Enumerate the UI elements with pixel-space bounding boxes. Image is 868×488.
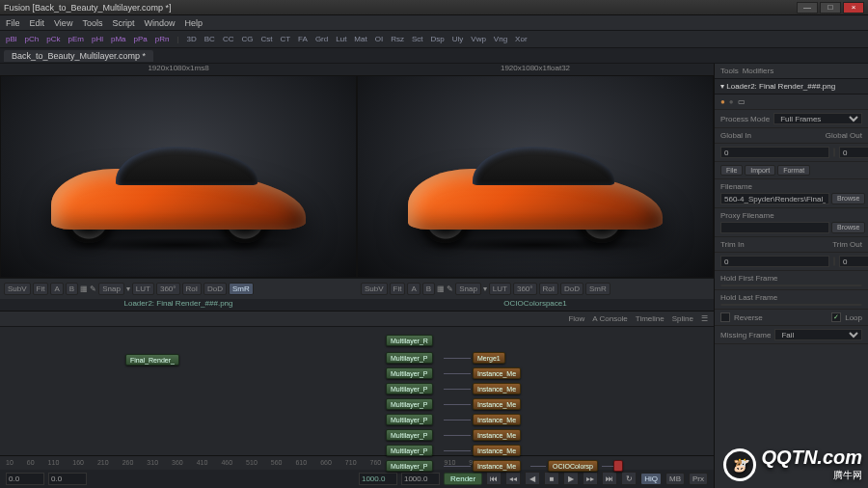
node-multilayer[interactable]: Multilayer_P: [386, 352, 433, 364]
shelf-tool[interactable]: Uly: [452, 35, 464, 43]
shelf-tool[interactable]: CC: [223, 35, 234, 43]
shelf-tool[interactable]: Grd: [315, 35, 328, 43]
node-multilayer[interactable]: Multilayer_P: [386, 367, 433, 379]
node-ocio[interactable]: OCIOColorsp: [548, 460, 598, 472]
rot-button[interactable]: 360°: [156, 283, 180, 295]
menu-help[interactable]: Help: [184, 18, 203, 28]
range-start-input[interactable]: [6, 473, 44, 485]
subtab-import[interactable]: Import: [745, 165, 775, 176]
menu-file[interactable]: File: [6, 18, 20, 28]
tab-timeline[interactable]: Timeline: [636, 314, 665, 323]
menu-view[interactable]: View: [54, 18, 72, 28]
timeline-ruler[interactable]: 10 60 110 160 210 260 310 360 410 460 51…: [0, 456, 714, 470]
global-out-input[interactable]: [839, 147, 868, 158]
loop-button[interactable]: ↻: [621, 472, 637, 485]
hold-last-slider[interactable]: [720, 304, 862, 306]
process-mode-select[interactable]: Full Frames: [773, 113, 862, 124]
subtab-file[interactable]: File: [720, 165, 743, 176]
mb-button[interactable]: MB: [665, 473, 685, 485]
tool-icon[interactable]: ✎: [90, 285, 96, 293]
tab-spline[interactable]: Spline: [672, 314, 693, 323]
node-multilayer[interactable]: Multilayer_P: [386, 398, 433, 410]
render-button[interactable]: Render: [444, 473, 482, 485]
fit-button[interactable]: Fit: [390, 283, 406, 295]
comp-tab[interactable]: Back_to_Beauty_Multilayer.comp *: [4, 50, 153, 62]
channel-a-button[interactable]: A: [407, 283, 420, 295]
node-multilayer[interactable]: Multilayer_P: [386, 445, 433, 456]
node-loader[interactable]: Final_Render_: [125, 354, 179, 366]
go-end-button[interactable]: ⏭: [602, 472, 617, 485]
shelf-group[interactable]: pBl: [6, 35, 17, 43]
node-output[interactable]: [613, 460, 623, 472]
shelf-tool[interactable]: Rsz: [391, 35, 404, 43]
play-back-button[interactable]: ◀: [525, 472, 540, 485]
view-dot-icon[interactable]: ●: [720, 97, 725, 106]
shelf-tool[interactable]: OI: [375, 35, 383, 43]
step-fwd-button[interactable]: ▸▸: [583, 472, 598, 485]
channel-a-button[interactable]: A: [50, 283, 63, 295]
node-merge[interactable]: Instance_Me: [473, 383, 521, 394]
menu-edit[interactable]: Edit: [30, 18, 45, 28]
trim-in-input[interactable]: [720, 256, 829, 267]
node-multilayer[interactable]: Multilayer_P: [386, 414, 433, 425]
lock-icon[interactable]: ▭: [738, 97, 746, 106]
shelf-group[interactable]: pMa: [111, 35, 126, 43]
node-multilayer[interactable]: Multilayer_P: [386, 429, 433, 441]
smr-button[interactable]: SmR: [585, 283, 610, 295]
dod-button[interactable]: DoD: [560, 283, 583, 295]
node-merge[interactable]: Instance_Me: [473, 398, 521, 410]
tab-flow[interactable]: Flow: [568, 314, 584, 323]
node-merge[interactable]: Merge1: [473, 352, 505, 364]
shelf-tool[interactable]: Xor: [515, 35, 527, 43]
viewer-right[interactable]: [357, 75, 714, 278]
minimize-button[interactable]: —: [797, 2, 818, 14]
channel-b-button[interactable]: B: [422, 283, 435, 295]
snap-button[interactable]: Snap: [455, 283, 481, 295]
trim-slider[interactable]: [833, 257, 835, 266]
viewer-left[interactable]: [0, 75, 357, 278]
tab-console[interactable]: A Console: [592, 314, 627, 323]
tool-icon[interactable]: ▦: [437, 285, 445, 293]
subtab-format[interactable]: Format: [777, 165, 810, 176]
filename-input[interactable]: [720, 193, 829, 204]
range-end-input[interactable]: [401, 473, 440, 485]
node-merge[interactable]: Instance_Me: [473, 414, 521, 425]
shelf-group[interactable]: pPa: [134, 35, 148, 43]
shelf-tool[interactable]: CT: [280, 35, 290, 43]
range-prev-input[interactable]: [48, 473, 87, 485]
smr-button[interactable]: SmR: [229, 283, 254, 295]
rot-button[interactable]: 360°: [513, 283, 537, 295]
menu-tools[interactable]: Tools: [82, 18, 102, 28]
global-in-input[interactable]: [720, 147, 829, 158]
view-dot-icon[interactable]: ●: [729, 97, 734, 106]
reverse-checkbox[interactable]: [720, 312, 730, 322]
missing-select[interactable]: Fail: [774, 329, 862, 340]
trim-out-input[interactable]: [839, 256, 868, 267]
chevron-down-icon[interactable]: ▾: [483, 285, 487, 293]
go-start-button[interactable]: ⏮: [486, 472, 502, 485]
roi-button[interactable]: RoI: [539, 283, 558, 295]
shelf-group[interactable]: pCk: [46, 35, 60, 43]
shelf-group[interactable]: pCh: [25, 35, 40, 43]
step-back-button[interactable]: ◂◂: [505, 472, 521, 485]
shelf-tool[interactable]: CG: [241, 35, 253, 43]
menu-window[interactable]: Window: [144, 18, 175, 28]
hiq-button[interactable]: HiQ: [640, 473, 662, 485]
chevron-down-icon[interactable]: ▾: [126, 285, 130, 293]
fit-button[interactable]: Fit: [33, 283, 49, 295]
node-multilayer[interactable]: Multilayer_P: [386, 383, 433, 394]
shelf-tool[interactable]: Vwp: [471, 35, 486, 43]
shelf-tool[interactable]: Vng: [494, 35, 507, 43]
shelf-tool[interactable]: BC: [204, 35, 215, 43]
shelf-tool[interactable]: Lut: [336, 35, 346, 43]
proxy-browse-button[interactable]: Browse: [831, 222, 865, 233]
flow-canvas[interactable]: Final_Render_ Multilayer_R Multilayer_P …: [0, 327, 714, 455]
close-button[interactable]: ×: [843, 2, 864, 14]
shelf-tool[interactable]: Sct: [412, 35, 423, 43]
snap-button[interactable]: Snap: [98, 283, 124, 295]
shelf-group[interactable]: pHl: [92, 35, 103, 43]
shelf-tool[interactable]: Mat: [354, 35, 366, 43]
panel-menu-icon[interactable]: ☰: [701, 314, 708, 323]
node-merge[interactable]: Instance_Me: [473, 429, 521, 441]
shelf-tool[interactable]: Cst: [260, 35, 272, 43]
